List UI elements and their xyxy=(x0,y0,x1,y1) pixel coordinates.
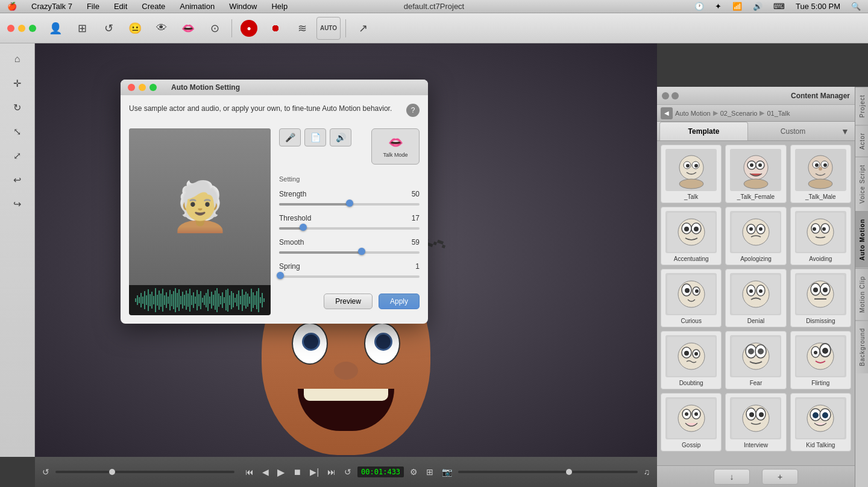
svg-point-116 xyxy=(685,288,690,293)
talk-mode-button[interactable]: 👄 Talk Mode xyxy=(371,128,420,165)
tl-audio-btn[interactable]: ♫ xyxy=(641,466,653,478)
side-tab-auto-motion[interactable]: Auto Motion xyxy=(855,211,868,268)
stop-record-button[interactable]: ⏺ xyxy=(263,17,288,40)
tab-dropdown-button[interactable]: ▼ xyxy=(838,122,852,140)
menu-window[interactable]: Window xyxy=(227,2,259,11)
breadcrumb-scenario[interactable]: 02_Scenario xyxy=(720,110,758,117)
head-button[interactable]: 😐 xyxy=(123,17,147,40)
dialog-max-button[interactable] xyxy=(149,84,157,91)
tl-loop-btn[interactable]: ↺ xyxy=(40,466,52,478)
rotate-tool[interactable]: ↻ xyxy=(7,96,28,118)
mic-icon-btn[interactable]: 🎤 xyxy=(279,128,301,146)
menu-edit[interactable]: Edit xyxy=(112,2,130,11)
speaker-icon-btn[interactable]: 🔊 xyxy=(330,128,351,146)
side-tab-motion-clip[interactable]: Motion Clip xyxy=(855,268,868,320)
tl-prev-btn[interactable]: ◀ xyxy=(260,466,271,478)
content-item-kid-talking[interactable]: Kid Talking xyxy=(790,393,851,451)
breadcrumb-auto-motion[interactable]: Auto Motion xyxy=(675,110,711,117)
tl-settings-btn[interactable]: ⚙ xyxy=(407,466,420,478)
tl-forward-btn[interactable]: ⏭ xyxy=(325,466,338,478)
content-item-avoiding[interactable]: Avoiding xyxy=(790,207,851,265)
close-button[interactable] xyxy=(7,25,14,32)
menu-animation[interactable]: Animation xyxy=(177,2,217,11)
smooth-thumb[interactable] xyxy=(358,248,365,255)
content-item-denial[interactable]: Denial xyxy=(725,269,786,327)
content-item-interview[interactable]: Interview xyxy=(725,393,786,451)
help-button[interactable]: ? xyxy=(406,104,420,117)
content-item-talk-female[interactable]: _Talk_Female xyxy=(725,145,786,203)
panel-close-btn[interactable] xyxy=(662,92,669,99)
camera-button[interactable]: ⊙ xyxy=(203,17,227,40)
export-button[interactable]: ↗ xyxy=(351,17,375,40)
spring-slider[interactable] xyxy=(279,274,420,279)
side-tab-project[interactable]: Project xyxy=(855,87,868,125)
content-item-doubting[interactable]: Doubting xyxy=(661,331,722,389)
dialog-min-button[interactable] xyxy=(139,84,146,91)
preview-button[interactable]: Preview xyxy=(324,294,373,309)
tl-grid-btn[interactable]: ⊞ xyxy=(424,466,436,478)
strength-thumb[interactable] xyxy=(346,200,353,207)
content-item-dismissing[interactable]: Dismissing xyxy=(790,269,851,327)
mouth-button[interactable]: 👄 xyxy=(176,17,200,40)
menu-create[interactable]: Create xyxy=(139,2,168,11)
apple-menu[interactable]: 🍎 xyxy=(5,2,19,11)
menu-help[interactable]: Help xyxy=(269,2,290,11)
side-tab-background[interactable]: Background xyxy=(855,320,868,373)
file-icon-btn[interactable]: 📄 xyxy=(304,128,326,146)
threshold-slider[interactable] xyxy=(279,226,420,231)
content-grid-area[interactable]: _Talk xyxy=(657,141,855,465)
side-tab-voice-script[interactable]: Voice Script xyxy=(855,157,868,211)
content-item-apologizing[interactable]: Apologizing xyxy=(725,207,786,265)
tl-next-btn[interactable]: ▶| xyxy=(307,466,321,478)
content-item-curious[interactable]: Curious xyxy=(661,269,722,327)
content-item-accentuating[interactable]: Accentuating xyxy=(661,207,722,265)
record-button[interactable]: ● xyxy=(237,17,261,40)
motion-button[interactable]: ↺ xyxy=(96,17,121,40)
fit-tool[interactable]: ⤢ xyxy=(7,145,28,166)
tl-stop-btn[interactable]: ⏹ xyxy=(291,466,304,478)
audio-button[interactable]: ≋ xyxy=(290,17,314,40)
tab-custom[interactable]: Custom xyxy=(749,122,837,140)
side-tabs-column: Project Actor Voice Script Auto Motion M… xyxy=(855,87,868,487)
threshold-thumb[interactable] xyxy=(300,224,307,231)
redo-tool[interactable]: ↪ xyxy=(7,193,28,215)
tl-play-btn[interactable]: ▶ xyxy=(275,465,287,479)
svg-rect-34 xyxy=(197,290,198,310)
tl-progress-track[interactable] xyxy=(55,471,234,473)
side-tab-actor[interactable]: Actor xyxy=(855,125,868,157)
breadcrumb-talk[interactable]: 01_Talk xyxy=(767,110,790,117)
content-item-fear[interactable]: Fear xyxy=(725,331,786,389)
svg-rect-56 xyxy=(236,294,237,306)
tab-template[interactable]: Template xyxy=(659,122,748,140)
minimize-button[interactable] xyxy=(18,25,25,32)
tl-loop2-btn[interactable]: ↺ xyxy=(342,466,354,478)
content-item-talk[interactable]: _Talk xyxy=(661,145,722,203)
dialog-close-button[interactable] xyxy=(128,84,135,91)
content-item-gossip[interactable]: Gossip xyxy=(661,393,722,451)
add-button[interactable]: + xyxy=(762,469,798,485)
tl-zoom-track[interactable] xyxy=(458,471,637,473)
maximize-button[interactable] xyxy=(29,25,36,32)
search-icon[interactable]: 🔍 xyxy=(849,2,863,11)
auto-button[interactable]: AUTO xyxy=(316,17,341,40)
move-tool[interactable]: ✛ xyxy=(7,72,28,94)
content-item-talk-male[interactable]: _Talk_Male xyxy=(790,145,851,203)
download-button[interactable]: ↓ xyxy=(714,469,750,485)
strength-slider[interactable] xyxy=(279,202,420,207)
apply-button[interactable]: Apply xyxy=(379,294,420,309)
actor-button[interactable]: 👤 xyxy=(43,17,68,40)
menu-app-name[interactable]: CrazyTalk 7 xyxy=(29,2,75,11)
scale-tool[interactable]: ⤡ xyxy=(7,121,28,142)
menu-file[interactable]: File xyxy=(84,2,102,11)
tl-rewind-btn[interactable]: ⏮ xyxy=(243,466,256,478)
scene-button[interactable]: ⊞ xyxy=(70,17,94,40)
eye-button[interactable]: 👁 xyxy=(149,17,174,40)
home-tool[interactable]: ⌂ xyxy=(7,48,28,70)
tl-camera-btn[interactable]: 📷 xyxy=(439,466,454,478)
content-item-flirting[interactable]: Flirting xyxy=(790,331,851,389)
undo-tool[interactable]: ↩ xyxy=(7,169,28,190)
spring-thumb[interactable] xyxy=(277,272,284,279)
breadcrumb-back-button[interactable]: ◀ xyxy=(661,107,673,119)
smooth-slider[interactable] xyxy=(279,250,420,255)
panel-collapse-btn[interactable] xyxy=(671,92,679,99)
